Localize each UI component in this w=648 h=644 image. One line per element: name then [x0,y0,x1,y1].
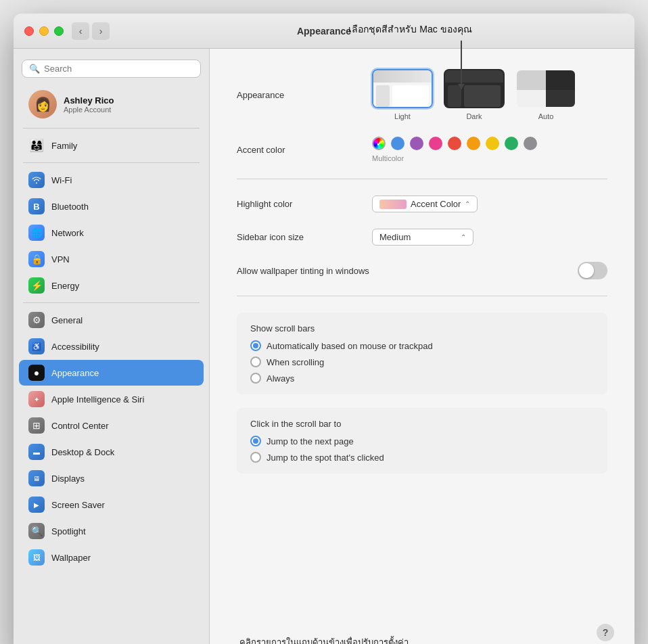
color-row [372,137,537,150]
sidebar-item-network[interactable]: 🌐 Network [19,220,204,246]
scroll-auto-option[interactable]: Automatically based on mouse or trackpad [250,340,594,351]
highlight-color-value: Accent Color [411,199,461,209]
sidebar-label-family: Family [51,141,77,151]
help-button[interactable]: ? [597,624,614,641]
click-next-page-option[interactable]: Jump to the next page [250,436,594,446]
scroll-when-radio[interactable] [250,356,261,367]
color-pink[interactable] [429,137,442,150]
sidebar-icon-size-dropdown[interactable]: Medium ⌃ [372,229,473,246]
color-graphite[interactable] [524,137,537,150]
color-green[interactable] [505,137,518,150]
click-spot-label: Jump to the spot that's clicked [267,453,384,463]
preview-body-dark [445,83,503,108]
sidebar-label-control: Control Center [51,421,109,431]
sidebar-item-spotlight[interactable]: 🔍 Spotlight [19,518,204,544]
sidebar-label-displays: Displays [51,474,85,484]
minimize-button[interactable] [39,26,49,36]
sidebar-item-accessibility[interactable]: ♿ Accessibility [19,334,204,359]
highlight-color-row: Highlight color Accent Color ⌃ [237,196,607,212]
avatar: 👩 [28,90,57,118]
wallpaper-icon: 🖼 [28,549,45,566]
click-spot-radio[interactable] [250,452,261,463]
user-info: Ashley Rico Apple Account [64,95,114,114]
siri-icon: ✦ [28,391,45,407]
click-next-page-radio[interactable] [250,436,261,446]
maximize-button[interactable] [54,26,64,36]
sidebar-item-general[interactable]: ⚙ General [19,307,204,333]
sidebar-item-dock[interactable]: ▬ Desktop & Dock [19,439,204,465]
scroll-auto-label: Automatically based on mouse or trackpad [267,341,433,351]
sidebar-item-wallpaper[interactable]: 🖼 Wallpaper [19,545,204,570]
family-icon: 👨‍👩‍👧 [28,137,45,154]
sidebar: 🔍 👩 Ashley Rico Apple Account 👨‍👩‍👧 Fami… [14,49,210,644]
sidebar-item-vpn[interactable]: 🔒 VPN [19,246,204,272]
auto-label: Auto [538,112,554,120]
highlight-color-control: Accent Color ⌃ [372,196,607,212]
color-purple[interactable] [410,137,423,150]
scroll-bars-section: Show scroll bars Automatically based on … [237,313,607,394]
dock-icon: ▬ [28,444,45,460]
accent-color-control: Multicolor [372,137,607,162]
scroll-always-option[interactable]: Always [250,373,594,384]
size-chevron: ⌃ [461,233,466,241]
appearance-control: Light Dark [372,69,607,120]
sidebar-label-screensaver: Screen Saver [51,500,105,510]
sidebar-item-displays[interactable]: 🖥 Displays [19,465,204,491]
user-profile[interactable]: 👩 Ashley Rico Apple Account [19,85,204,124]
sidebar-item-control[interactable]: ⊞ Control Center [19,413,204,438]
scroll-bars-title: Show scroll bars [250,323,594,334]
sidebar-item-family[interactable]: 👨‍👩‍👧 Family [19,133,204,158]
appearance-option-dark[interactable]: Dark [444,69,505,120]
forward-button[interactable]: › [92,22,110,40]
color-red[interactable] [448,137,461,150]
light-label: Light [394,112,411,120]
color-yellow[interactable] [486,137,499,150]
click-scroll-section: Click in the scroll bar to Jump to the n… [237,408,607,474]
appearance-option-light[interactable]: Light [372,69,433,120]
click-scroll-options: Jump to the next page Jump to the spot t… [250,436,594,463]
divider-1 [237,179,607,179]
sidebar-item-siri[interactable]: ✦ Apple Intelligence & Siri [19,386,204,412]
sidebar-item-screensaver[interactable]: ▶ Screen Saver [19,492,204,518]
appearance-label: Appearance [237,90,372,100]
sidebar-label-accessibility: Accessibility [51,342,99,352]
nav-buttons: ‹ › [72,22,110,40]
control-icon: ⊞ [28,417,45,434]
accent-colors: Multicolor [372,137,537,162]
spotlight-icon: 🔍 [28,523,45,539]
sidebar-item-appearance[interactable]: ● Appearance [19,360,204,386]
sidebar-divider-3 [23,302,200,303]
toggle-knob [579,263,594,278]
sidebar-label-general: General [51,315,83,325]
color-orange[interactable] [467,137,480,150]
color-multicolor[interactable] [372,137,386,150]
accent-color-label: Accent color [237,145,372,155]
traffic-lights [24,26,64,36]
scroll-always-radio[interactable] [250,373,261,384]
sidebar-label-siri: Apple Intelligence & Siri [51,394,144,405]
sidebar-item-energy[interactable]: ⚡ Energy [19,273,204,298]
click-next-page-label: Jump to the next page [267,436,354,446]
highlight-color-dropdown[interactable]: Accent Color ⌃ [372,196,478,212]
back-button[interactable]: ‹ [72,22,89,40]
appearance-option-auto[interactable]: Auto [515,69,576,120]
sidebar-item-bluetooth[interactable]: B Bluetooth [19,193,204,219]
search-box[interactable]: 🔍 [22,60,201,78]
sidebar-item-wifi[interactable]: Wi-Fi [19,167,204,193]
user-subtitle: Apple Account [64,106,114,114]
sidebar-label-vpn: VPN [51,254,70,264]
sidebar-divider-1 [23,128,200,129]
auto-bottom [517,90,575,108]
sidebar-label-energy: Energy [51,281,79,291]
scroll-auto-radio[interactable] [250,340,261,351]
scroll-when-option[interactable]: When scrolling [250,356,594,367]
color-blue[interactable] [391,137,404,150]
search-input[interactable] [44,64,193,74]
close-button[interactable] [24,26,34,36]
sidebar-label-wifi: Wi-Fi [51,175,72,185]
click-scroll-title: Click in the scroll bar to [250,419,594,429]
wallpaper-tinting-toggle[interactable] [578,262,607,279]
preview-content-dark [464,85,501,107]
click-spot-option[interactable]: Jump to the spot that's clicked [250,452,594,463]
wifi-icon [28,172,45,188]
